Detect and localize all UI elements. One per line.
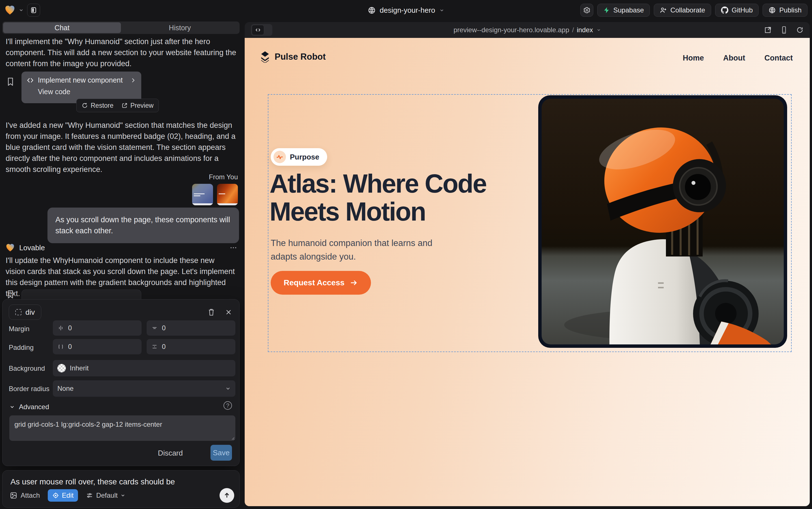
refresh-button[interactable] (796, 26, 804, 34)
supabase-label: Supabase (614, 6, 644, 14)
chevron-down-icon (439, 8, 444, 13)
preview-label: Preview (131, 102, 154, 109)
code-icon (255, 27, 261, 33)
attach-image-icon (10, 492, 17, 499)
send-button[interactable] (220, 488, 234, 503)
nav-link-home[interactable]: Home (683, 54, 704, 63)
site-nav: Home About Contact (683, 54, 793, 63)
padding-vertical-icon (151, 343, 158, 350)
save-button[interactable]: Save (211, 445, 232, 461)
chevron-down-icon (225, 386, 231, 392)
selected-element-chip[interactable]: div (9, 305, 41, 320)
lovable-heart-logo[interactable] (4, 5, 15, 15)
bookmark-icon[interactable] (7, 77, 14, 86)
background-value: Inherit (70, 364, 89, 372)
background-input[interactable]: Inherit (53, 360, 235, 376)
attach-label: Attach (21, 491, 40, 499)
chevron-down-icon (596, 28, 601, 32)
request-access-button[interactable]: Request Access (271, 271, 371, 295)
breadcrumb-separator: / (572, 26, 574, 34)
background-label: Background (9, 365, 45, 372)
chat-composer[interactable]: As user mouse roll over, these cards sho… (2, 470, 239, 508)
model-mode-select[interactable]: Default (86, 491, 125, 499)
attachment-image-orange[interactable] (217, 184, 238, 205)
collaborate-label: Collaborate (670, 6, 705, 14)
code-icon (27, 77, 34, 84)
lovable-heart-icon (6, 243, 15, 252)
restore-button[interactable]: Restore (82, 102, 114, 109)
padding-horizontal-icon (58, 343, 64, 350)
selected-element-tag: div (26, 308, 35, 317)
sliders-icon (86, 492, 93, 499)
settings-button[interactable] (580, 4, 593, 17)
preview-url-breadcrumb[interactable]: preview--design-your-hero.lovable.app / … (453, 26, 601, 34)
globe-icon (368, 6, 376, 14)
supabase-button[interactable]: Supabase (597, 4, 650, 17)
hero-heading-line2: Meets Motion (269, 198, 486, 226)
more-options-icon[interactable] (229, 244, 237, 252)
publish-globe-icon (769, 6, 776, 14)
add-user-icon (660, 6, 667, 14)
composer-input-text[interactable]: As user mouse roll over, these cards sho… (10, 477, 175, 486)
padding-y-input[interactable]: 0 (147, 339, 235, 354)
padding-x-input[interactable]: 0 (53, 339, 142, 354)
nav-link-contact[interactable]: Contact (765, 54, 793, 63)
advanced-classes-textarea[interactable]: grid grid-cols-1 lg:grid-cols-2 gap-12 i… (9, 415, 235, 441)
chat-panel: Chat History I'll implement the "Why Hum… (0, 20, 243, 509)
border-radius-select[interactable]: None (53, 380, 235, 397)
preview-header: preview--design-your-hero.lovable.app / … (245, 22, 810, 38)
purpose-badge: Purpose (271, 148, 327, 166)
supabase-bolt-icon (603, 7, 610, 13)
hero-heading: Atlas: Where Code Meets Motion (269, 170, 486, 226)
edit-mode-button[interactable]: Edit (48, 489, 78, 502)
tab-chat[interactable]: Chat (3, 22, 121, 33)
element-inspector-panel: div Margin 0 (2, 299, 239, 466)
github-label: GitHub (732, 6, 753, 14)
target-icon (52, 492, 59, 499)
help-icon[interactable] (223, 401, 232, 410)
chevron-down-icon[interactable] (19, 8, 24, 13)
lovable-app-window: design-your-hero Supabase Co (0, 0, 812, 509)
chevron-right-icon[interactable] (130, 77, 136, 83)
publish-label: Publish (779, 6, 802, 14)
assistant-message: I've added a new "Why Humanoid" section … (6, 120, 238, 175)
discard-button[interactable]: Discard (158, 449, 183, 457)
tab-history[interactable]: History (121, 22, 239, 33)
attachment-image-blue[interactable] (192, 184, 213, 205)
margin-x-input[interactable]: 0 (53, 320, 142, 336)
github-button[interactable]: GitHub (715, 4, 759, 17)
advanced-section-toggle[interactable]: Advanced (9, 403, 49, 411)
mode-label: Default (96, 491, 117, 499)
transparency-swatch-icon (58, 364, 66, 372)
lovable-name: Lovable (19, 243, 45, 252)
publish-button[interactable]: Publish (763, 4, 808, 17)
code-preview-toggle[interactable] (251, 24, 272, 36)
nav-link-about[interactable]: About (723, 54, 745, 63)
preview-pane: preview--design-your-hero.lovable.app / … (245, 22, 810, 506)
view-code-link[interactable]: View code (22, 84, 141, 96)
restore-label: Restore (91, 102, 114, 109)
topbar: design-your-hero Supabase Co (0, 0, 812, 20)
padding-x-value: 0 (68, 343, 72, 351)
open-in-new-tab-button[interactable] (764, 26, 772, 34)
margin-x-value: 0 (68, 324, 72, 332)
mobile-view-button[interactable] (780, 26, 788, 34)
arrow-right-icon (349, 278, 358, 287)
chevron-down-icon (120, 493, 125, 498)
close-inspector-button[interactable] (225, 309, 232, 315)
bookmark-icon[interactable] (7, 290, 14, 299)
margin-horizontal-icon (58, 325, 64, 331)
site-logo[interactable]: Pulse Robot (260, 51, 326, 63)
toggle-sidebar-button[interactable] (27, 4, 40, 17)
collaborate-button[interactable]: Collaborate (654, 4, 711, 17)
restore-icon (82, 102, 88, 109)
margin-y-input[interactable]: 0 (147, 320, 235, 336)
assistant-message: I'll implement the "Why Humanoid" sectio… (6, 36, 238, 69)
edit-label: Edit (62, 491, 73, 499)
attach-button[interactable]: Attach (10, 491, 40, 499)
attachment-thumbnails (192, 184, 238, 205)
project-switcher[interactable]: design-your-hero (368, 6, 444, 15)
preview-button[interactable]: Preview (121, 102, 154, 109)
layers-logo-icon (260, 51, 270, 63)
delete-element-button[interactable] (208, 308, 215, 316)
